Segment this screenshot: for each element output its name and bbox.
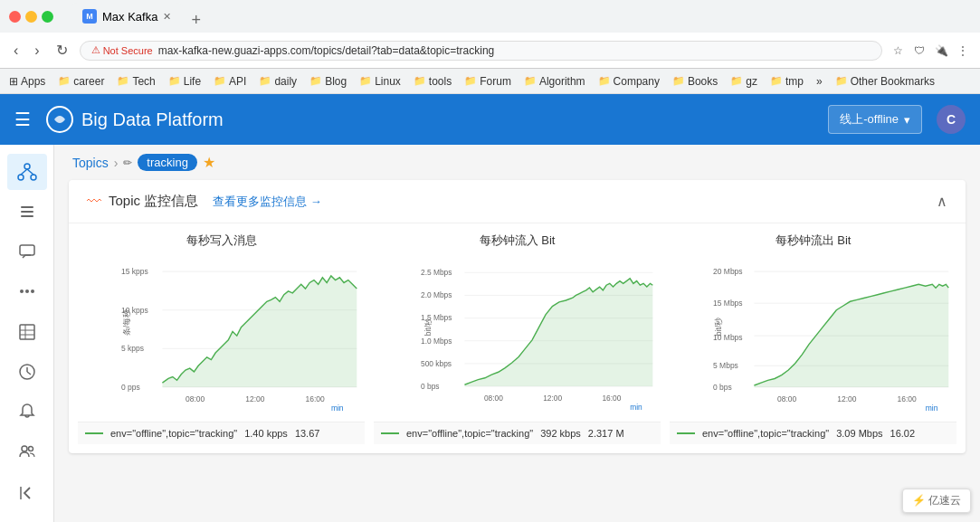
folder-icon: 📁	[117, 75, 129, 87]
refresh-button[interactable]: ↻	[52, 40, 72, 61]
bookmark-books[interactable]: 📁 Books	[672, 75, 718, 88]
svg-point-3	[31, 175, 36, 180]
logo-svg	[45, 105, 74, 134]
svg-text:0 bps: 0 bps	[713, 383, 732, 392]
bookmark-daily[interactable]: 📁 daily	[259, 75, 297, 88]
chart3-max: 16.02	[890, 428, 916, 439]
forward-button[interactable]: ›	[30, 41, 43, 61]
chart1-min: 1.40 kpps	[244, 428, 288, 439]
collapse-button[interactable]: ∧	[937, 193, 947, 210]
bookmark-other[interactable]: 📁 Other Bookmarks	[835, 75, 935, 88]
svg-text:15 kpps: 15 kpps	[121, 267, 148, 276]
svg-point-20	[22, 446, 27, 451]
chart3-title: 每秒钟流出 Bit	[670, 233, 956, 249]
svg-line-4	[21, 169, 27, 175]
bookmark-api[interactable]: 📁 API	[214, 75, 246, 88]
svg-marker-32	[162, 276, 357, 387]
svg-text:08:00: 08:00	[484, 394, 503, 403]
env-selector[interactable]: 线上-offline ▾	[828, 105, 922, 134]
table-icon	[18, 323, 36, 341]
monitor-trend-icon: 〰	[87, 194, 101, 210]
chart-outflow-bit: 每秒钟流出 Bit 20 Mbps 15 Mbps 10 Mbps 5 Mbps…	[670, 233, 956, 444]
breadcrumb-current: tracking	[138, 154, 197, 171]
sidebar-item-table[interactable]	[7, 314, 47, 350]
svg-text:min: min	[926, 403, 938, 413]
minimize-button[interactable]	[25, 11, 37, 23]
folder-icon: 📁	[835, 75, 848, 87]
user-avatar[interactable]: C	[937, 105, 966, 134]
svg-text:08:00: 08:00	[186, 394, 205, 403]
breadcrumb: Topics › ✏ tracking ★	[54, 145, 980, 180]
folder-icon: 📁	[168, 75, 181, 87]
svg-text:2.5 Mbps: 2.5 Mbps	[421, 268, 452, 277]
folder-icon: 📁	[672, 75, 685, 87]
svg-text:12:00: 12:00	[543, 394, 562, 403]
extension-icon[interactable]: 🔌	[933, 43, 949, 59]
svg-rect-7	[21, 211, 33, 213]
maximize-button[interactable]	[42, 11, 53, 23]
bookmark-linux[interactable]: 📁 Linux	[359, 75, 401, 88]
bookmark-life[interactable]: 📁 Life	[168, 75, 201, 88]
active-tab[interactable]: M Max Kafka ✕	[70, 3, 184, 30]
people-icon	[18, 442, 36, 460]
bookmark-more[interactable]: »	[816, 75, 823, 88]
edit-icon[interactable]: ✏	[123, 157, 132, 169]
dots-icon	[18, 282, 36, 300]
menu-icon[interactable]: ☰	[14, 109, 31, 130]
sidebar-collapse-button[interactable]	[7, 473, 47, 513]
svg-point-10	[20, 289, 24, 293]
svg-text:5 Mbps: 5 Mbps	[713, 361, 738, 370]
sidebar-item-schedule[interactable]	[7, 354, 47, 390]
svg-text:2.0 Mbps: 2.0 Mbps	[421, 290, 452, 299]
monitor-link-label: 查看更多监控信息 →	[213, 194, 322, 210]
url-display[interactable]: max-kafka-new.guazi-apps.com/topics/deta…	[158, 44, 871, 57]
bookmark-company[interactable]: 📁 Company	[598, 75, 660, 88]
favorite-star-icon[interactable]: ★	[203, 154, 215, 171]
svg-text:08:00: 08:00	[777, 394, 797, 403]
bookmark-gz[interactable]: 📁 gz	[730, 75, 757, 88]
svg-line-5	[27, 169, 33, 175]
sidebar-item-list[interactable]	[7, 194, 47, 230]
dropdown-icon: ▾	[904, 113, 910, 127]
clock-icon	[18, 363, 36, 381]
sidebar-item-messages[interactable]	[7, 233, 47, 270]
chart2-legend: env="offline",topic="tracking"	[406, 428, 533, 439]
back-button[interactable]: ‹	[9, 41, 23, 61]
more-options-icon[interactable]: ⋮	[955, 43, 971, 59]
bookmark-tech[interactable]: 📁 Tech	[117, 75, 155, 88]
folder-icon: 📁	[730, 75, 743, 87]
chart-inflow-bit: 每秒钟流入 Bit 2.5 Mbps 2.0 Mbps 1.5 Mbps 1.0…	[374, 233, 661, 444]
warning-icon: ⚠	[91, 44, 100, 56]
sidebar-item-users[interactable]	[7, 433, 47, 470]
tab-favicon: M	[82, 9, 97, 24]
monitor-more-link[interactable]: 查看更多监控信息 →	[213, 194, 322, 210]
not-secure-label: Not Secure	[103, 45, 153, 56]
bookmark-apps[interactable]: ⊞ Apps	[9, 75, 45, 88]
bookmark-career[interactable]: 📁 career	[58, 75, 104, 88]
chart2-min: 392 kbps	[540, 428, 581, 439]
svg-text:16:00: 16:00	[897, 394, 917, 403]
browser-chrome: M Max Kafka ✕ + ‹ › ↻ ⚠ Not Secure max-k…	[0, 0, 980, 94]
svg-point-21	[28, 446, 33, 451]
bookmark-tools[interactable]: 📁 tools	[414, 75, 452, 88]
kafka-icon	[17, 162, 37, 182]
sidebar-item-more[interactable]	[7, 273, 47, 309]
bookmark-algorithm[interactable]: 📁 Algorithm	[524, 75, 585, 88]
breadcrumb-separator: ›	[114, 156, 119, 170]
sidebar-item-notifications[interactable]	[7, 394, 47, 430]
sidebar-item-kafka[interactable]	[7, 154, 47, 190]
chart3-svg: 20 Mbps 15 Mbps 10 Mbps 5 Mbps 0 bps	[713, 254, 953, 422]
close-button[interactable]	[9, 11, 21, 23]
breadcrumb-parent[interactable]: Topics	[72, 156, 109, 170]
new-tab-button[interactable]: +	[184, 11, 208, 30]
tab-bar: M Max Kafka ✕ +	[61, 3, 217, 30]
bookmark-tmp[interactable]: 📁 tmp	[770, 75, 804, 88]
bookmark-star-icon[interactable]: ☆	[890, 43, 906, 59]
bookmark-blog[interactable]: 📁 Blog	[309, 75, 347, 88]
chart1-legend: env="offline",topic="tracking"	[110, 428, 237, 439]
chart1-max: 13.67	[295, 428, 320, 439]
chart1-title: 每秒写入消息	[78, 233, 365, 249]
tab-close-icon[interactable]: ✕	[163, 11, 171, 23]
monitor-header: 〰 Topic 监控信息 查看更多监控信息 → ∧	[69, 180, 966, 223]
bookmark-forum[interactable]: 📁 Forum	[464, 75, 511, 88]
